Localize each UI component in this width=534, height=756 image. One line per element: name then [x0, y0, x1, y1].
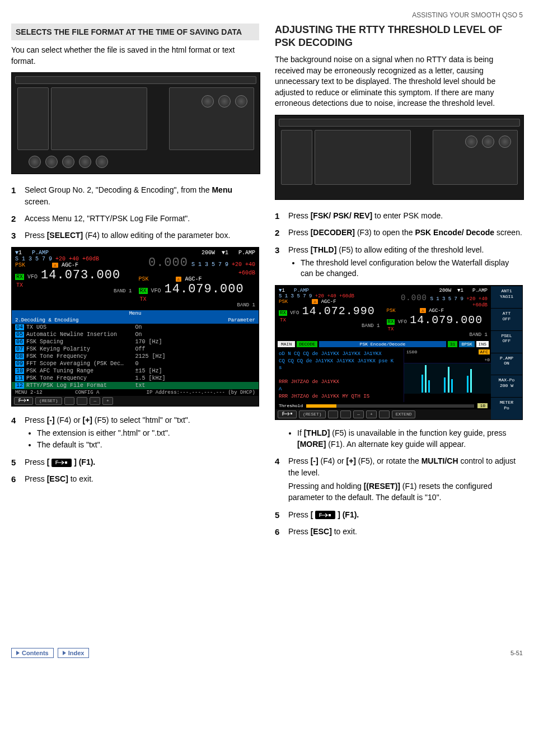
right-step-5: Press [ ] (F1). — [275, 509, 523, 520]
decode-screenshot: ▼1 P.AMP S 1 3 5 7 9 +20 +40 +60dB PSK ⚠… — [275, 285, 523, 420]
index-button[interactable]: Index — [58, 648, 90, 658]
right-step-3: Press [THLD] (F5) to allow editing of th… — [275, 244, 523, 279]
left-steps-cont: Press [-] (F4) or [+] (F5) to select "ht… — [11, 414, 259, 485]
left-4-bullet-1: The extension is either ".html" or ".txt… — [37, 428, 259, 439]
tab-decode: DECODE — [297, 341, 317, 347]
left-steps: Select Group No. 2, "Decoding & Encoding… — [11, 184, 259, 241]
triangle-icon — [63, 651, 66, 655]
contents-button[interactable]: Contents — [11, 648, 54, 658]
right-steps-cont: Press [-] (F4) or [+] (F5), or rotate th… — [275, 455, 523, 537]
svg-rect-2 — [291, 413, 292, 414]
svg-rect-1 — [65, 461, 67, 464]
page-number: 5-51 — [510, 650, 523, 656]
right-step-1: Press [FSK/ PSK/ REV] to enter PSK mode. — [275, 210, 523, 221]
radio-illustration-right — [275, 115, 524, 200]
right-column: ADJUSTING THE RTTY THRESHOLD LEVEL OF PS… — [275, 24, 523, 543]
right-3-bullet: The threshold level configuration below … — [301, 258, 523, 279]
svg-rect-0 — [27, 399, 29, 401]
menu-screenshot: ▼1 P.AMP S 1 3 5 7 9 +20 +40 +60dB PSK ⚠… — [11, 247, 259, 407]
right-step-6: Press [ESC] to exit. — [275, 526, 523, 537]
right-step-4: Press [-] (F4) or [+] (F5), or rotate th… — [275, 455, 523, 503]
left-section-title: SELECTS THE FILE FORMAT AT THE TIME OF S… — [11, 24, 259, 40]
triangle-icon — [16, 651, 20, 655]
menu-key-icon — [51, 459, 72, 467]
left-step-6: Press [ESC] to exit. — [11, 473, 259, 484]
tab-main: MAIN — [278, 341, 295, 347]
left-intro: You can select whether the file is saved… — [11, 45, 259, 67]
afc-badge: AFC — [479, 349, 490, 354]
chapter-header: ASSISTING YOUR SMOOTH QSO 5 — [11, 11, 523, 19]
radio-illustration-left — [11, 72, 260, 174]
left-step-1: Select Group No. 2, "Decoding & Encoding… — [11, 184, 259, 207]
right-heading: ADJUSTING THE RTTY THRESHOLD LEVEL OF PS… — [275, 24, 523, 49]
left-column: SELECTS THE FILE FORMAT AT THE TIME OF S… — [11, 24, 259, 543]
right-intro: The background noise on a signal when no… — [275, 54, 523, 109]
left-step-3: Press [SELECT] (F4) to allow editing of … — [11, 230, 259, 241]
right-step-2: Press [DECODER] (F3) to open the PSK Enc… — [275, 227, 523, 238]
left-step-5: Press [ ] (F1). — [11, 456, 259, 468]
left-4-bullet-2: The default is "txt". — [37, 440, 259, 451]
left-step-4: Press [-] (F4) or [+] (F5) to select "ht… — [11, 414, 259, 451]
right-steps: Press [FSK/ PSK/ REV] to enter PSK mode.… — [275, 210, 523, 279]
svg-rect-3 — [329, 514, 331, 516]
menu-rows: 04TX UOSOn05Automatic Newline InsertionO… — [12, 324, 259, 389]
right-thld-note: If [THLD] (F5) is unavailable in the fun… — [297, 428, 523, 450]
left-step-2: Access Menu 12, "RTTY/PSK Log File Forma… — [11, 213, 259, 224]
threshold-slider: Threshold 10 — [275, 402, 491, 409]
menu-key-icon — [315, 511, 335, 519]
